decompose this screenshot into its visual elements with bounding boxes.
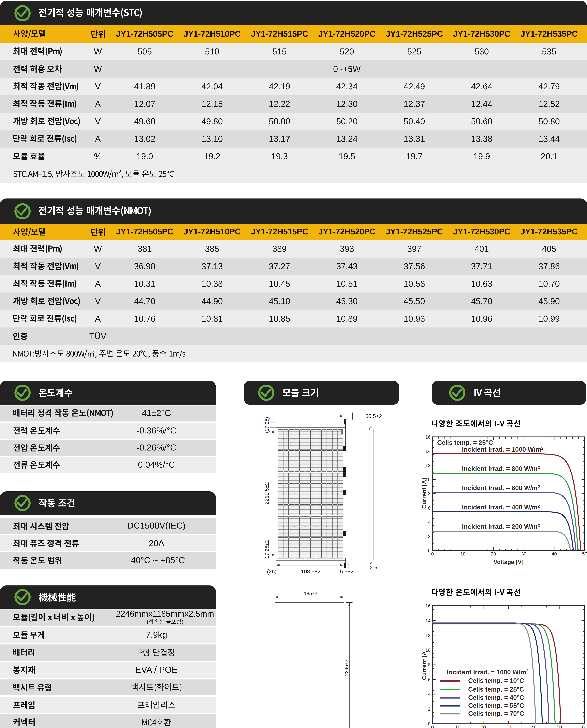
svg-text:8: 8 — [428, 662, 430, 667]
svg-text:2246±2: 2246±2 — [344, 660, 349, 676]
svg-text:1108.5±2: 1108.5±2 — [298, 568, 321, 574]
svg-text:4: 4 — [428, 692, 430, 697]
svg-text:2211.5±2: 2211.5±2 — [264, 482, 270, 504]
svg-text:8: 8 — [428, 491, 430, 496]
svg-text:Incident Irrad. = 200 W/m2: Incident Irrad. = 200 W/m2 — [462, 523, 540, 530]
svg-text:10: 10 — [461, 551, 466, 556]
svg-text:1185±2: 1185±2 — [302, 591, 318, 596]
svg-text:Cells temp. = 10°C: Cells temp. = 10°C — [468, 677, 524, 684]
svg-text:12: 12 — [425, 463, 430, 468]
svg-text:30: 30 — [521, 551, 526, 556]
svg-text:Incident Irrad. = 400 W/m2: Incident Irrad. = 400 W/m2 — [462, 504, 540, 511]
svg-text:0: 0 — [431, 725, 434, 728]
svg-text:Incident Irrad. = 800 W/m2: Incident Irrad. = 800 W/m2 — [462, 484, 540, 492]
svg-text:(26): (26) — [267, 568, 277, 574]
svg-text:Current [A]: Current [A] — [421, 478, 427, 509]
svg-text:2: 2 — [428, 706, 430, 712]
svg-text:6: 6 — [428, 677, 430, 682]
svg-text:2.5: 2.5 — [370, 565, 377, 571]
svg-text:6: 6 — [428, 505, 430, 510]
svg-text:Current [A]: Current [A] — [421, 649, 427, 680]
svg-text:40: 40 — [532, 725, 537, 728]
svg-text:50: 50 — [582, 551, 587, 556]
svg-text:40: 40 — [551, 551, 557, 556]
svg-text:5.5±2: 5.5±2 — [340, 568, 353, 574]
svg-text:14: 14 — [425, 618, 430, 623]
svg-text:Cells temp. = 55°C: Cells temp. = 55°C — [468, 702, 524, 709]
svg-text:50.5±2: 50.5±2 — [366, 413, 382, 419]
svg-text:Voltage [V]: Voltage [V] — [494, 559, 523, 565]
svg-text:Cells temp. = 25°C: Cells temp. = 25°C — [437, 439, 493, 446]
svg-text:16: 16 — [425, 434, 430, 439]
svg-text:50: 50 — [557, 725, 562, 728]
svg-text:Cells temp. = 25°C: Cells temp. = 25°C — [468, 686, 524, 693]
svg-text:10: 10 — [455, 725, 461, 728]
svg-text:Incident Irrad. = 1000 W/m2: Incident Irrad. = 1000 W/m2 — [447, 668, 529, 676]
svg-text:12: 12 — [425, 633, 430, 638]
svg-text:Cells temp. = 70°C: Cells temp. = 70°C — [468, 710, 524, 717]
svg-text:2: 2 — [428, 534, 430, 539]
svg-text:16: 16 — [425, 603, 430, 609]
svg-text:14: 14 — [425, 449, 430, 454]
svg-text:4: 4 — [428, 520, 430, 525]
svg-text:Incident Irrad. = 1000 W/m2: Incident Irrad. = 1000 W/m2 — [462, 446, 543, 453]
svg-text:0: 0 — [428, 721, 430, 726]
svg-text:20: 20 — [480, 725, 486, 728]
svg-text:(17.25): (17.25) — [264, 417, 269, 433]
svg-text:30: 30 — [506, 725, 511, 728]
svg-text:20: 20 — [491, 551, 496, 556]
svg-text:Incident Irrad. = 800 W/m2: Incident Irrad. = 800 W/m2 — [462, 465, 540, 472]
svg-text:60: 60 — [582, 725, 587, 728]
svg-text:0: 0 — [431, 551, 434, 556]
svg-text:Cells temp. = 40°C: Cells temp. = 40°C — [468, 694, 524, 701]
svg-text:17.25±2: 17.25±2 — [264, 540, 269, 559]
svg-text:0: 0 — [428, 548, 430, 553]
